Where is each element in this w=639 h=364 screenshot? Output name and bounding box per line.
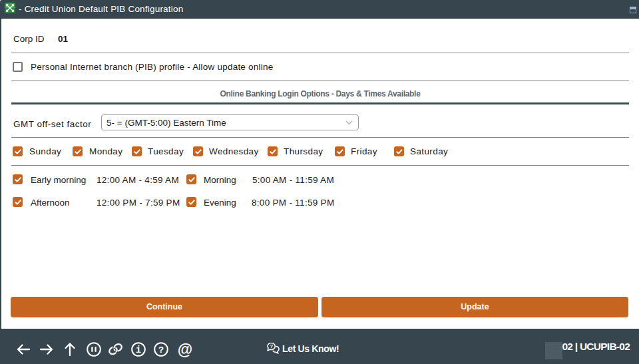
svg-text:i: i <box>136 345 141 355</box>
svg-text:?: ? <box>158 345 164 355</box>
svg-text:?: ? <box>270 343 273 349</box>
svg-text:@: @ <box>178 341 192 358</box>
